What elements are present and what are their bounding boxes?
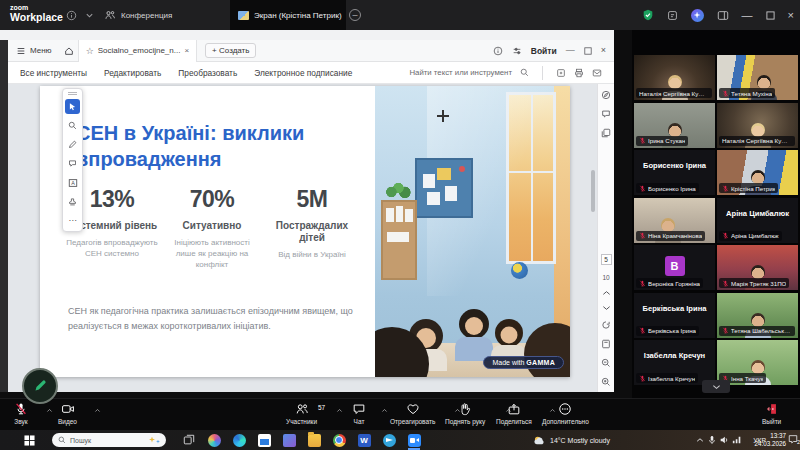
fit-page-icon[interactable]: [601, 339, 611, 349]
taskbar-search-input[interactable]: Пошук: [52, 433, 166, 447]
home-icon[interactable]: [60, 46, 78, 56]
participant-tile[interactable]: Ніна Крамчанінова: [634, 198, 715, 243]
acrobat-menu-button[interactable]: Меню: [8, 46, 60, 56]
taskbar-clock[interactable]: 13:37 24.03.2026: [754, 432, 786, 448]
chat-button[interactable]: Чат: [352, 402, 366, 425]
select-tool[interactable]: [65, 99, 80, 114]
report-icon[interactable]: [667, 10, 678, 21]
start-button[interactable]: [20, 430, 38, 450]
settings-sliders-icon[interactable]: [512, 46, 522, 56]
palette-grip[interactable]: [68, 92, 77, 95]
acrobat-info-icon[interactable]: [493, 46, 503, 56]
info-icon[interactable]: [66, 0, 77, 30]
stamp-tool[interactable]: [65, 194, 80, 209]
participant-tile[interactable]: Марія Третяк 31ПО: [717, 245, 798, 290]
participant-tile[interactable]: Аріна ЦимбалюкАріна Цимбалюк: [717, 198, 798, 243]
page-down-icon[interactable]: [602, 305, 611, 311]
page-up-icon[interactable]: [602, 290, 611, 296]
leave-button[interactable]: Выйти: [762, 402, 781, 425]
participant-tile[interactable]: Тетяна Шабельська ...: [717, 293, 798, 338]
zoom-tool[interactable]: [65, 118, 80, 133]
comment-tool[interactable]: [65, 156, 80, 171]
menu-all-tools[interactable]: Все инструменты: [20, 68, 87, 78]
acrobat-close-button[interactable]: ×: [601, 46, 606, 55]
export-pdf-icon[interactable]: [556, 68, 566, 78]
window-minimize-button[interactable]: —: [742, 10, 753, 21]
tray-chevron-icon[interactable]: [696, 430, 704, 450]
document-tab[interactable]: ☆ Socialno_emocijne_n... ×: [78, 40, 197, 62]
hand-button[interactable]: Поднять руку: [445, 402, 485, 425]
taskbar-app-telegram[interactable]: [380, 430, 398, 450]
taskbar-app-store[interactable]: [255, 430, 273, 450]
star-icon[interactable]: ☆: [86, 46, 94, 56]
tray-speaker-icon[interactable]: [719, 430, 729, 450]
share-button[interactable]: Поделиться: [496, 402, 532, 425]
taskbar-app-paint[interactable]: [280, 430, 298, 450]
minimize-screen-icon[interactable]: –: [349, 9, 361, 21]
tray-network-icon[interactable]: [732, 430, 742, 450]
participant-tile[interactable]: Наталія Сергіївна Кушнір: [717, 103, 798, 148]
tab-screen-share[interactable]: Экран (Крістіна Петрик): [230, 0, 346, 30]
participant-tile[interactable]: Тетяна Мухіна: [717, 55, 798, 100]
participant-tile[interactable]: Наталія Сергіївна Кушнір: [634, 55, 715, 100]
participant-tile[interactable]: ВВероніка Горяніна: [634, 245, 715, 290]
taskbar-app-chrome[interactable]: [330, 430, 348, 450]
participant-tile[interactable]: Крістіна Петрик: [717, 150, 798, 195]
taskbar-app-task-view[interactable]: [180, 430, 198, 450]
window-maximize-button[interactable]: [766, 11, 775, 20]
chevron-down-icon[interactable]: [85, 0, 94, 30]
ai-companion-icon[interactable]: [691, 9, 704, 22]
view-layout-icon[interactable]: [717, 10, 729, 21]
menu-edit[interactable]: Редактировать: [104, 68, 161, 78]
tab-close-icon[interactable]: ×: [184, 46, 189, 55]
search-icon[interactable]: [520, 68, 529, 77]
menu-convert[interactable]: Преобразовать: [178, 68, 237, 78]
more-button[interactable]: Дополнительно: [542, 402, 589, 425]
share-email-icon[interactable]: [592, 68, 602, 78]
chat-caret-icon[interactable]: [381, 407, 388, 414]
bookmark-nav-icon[interactable]: [601, 90, 611, 100]
acrobat-minimize-button[interactable]: —: [566, 46, 575, 55]
print-icon[interactable]: [574, 68, 584, 78]
notification-center-icon[interactable]: 2: [788, 434, 798, 444]
participants-caret-icon[interactable]: [336, 407, 343, 414]
page-number-input[interactable]: 5: [601, 254, 612, 265]
react-button[interactable]: Отреагировать: [390, 402, 435, 425]
taskbar-app-explorer[interactable]: [305, 430, 323, 450]
signin-button[interactable]: Войти: [531, 46, 557, 56]
weather-widget[interactable]: 14°C Mostly cloudy: [533, 430, 610, 450]
menu-esign[interactable]: Электронное подписание: [254, 68, 352, 78]
participant-tile[interactable]: Берківська ІринаБерківська Ірина: [634, 293, 715, 338]
find-tool-label[interactable]: Найти текст или инструмент: [409, 68, 512, 77]
tray-mic-icon[interactable]: [708, 430, 716, 450]
comments-panel-icon[interactable]: [601, 109, 611, 119]
video-caret-icon[interactable]: [94, 407, 101, 414]
acrobat-restore-button[interactable]: [584, 47, 592, 55]
window-close-button[interactable]: ×: [788, 10, 794, 21]
pen-annotate-tool[interactable]: [65, 137, 80, 152]
document-scrollbar[interactable]: [591, 170, 595, 212]
text-box-tool[interactable]: A: [65, 175, 80, 190]
participant-tile[interactable]: Ірина Стукан: [634, 103, 715, 148]
tab-conference[interactable]: Конференция: [104, 0, 172, 30]
audio-button[interactable]: Звук: [14, 402, 28, 425]
create-button[interactable]: + Создать: [205, 43, 256, 58]
video-button[interactable]: Видео: [58, 402, 77, 425]
participant-tile[interactable]: Ізабелла КречунІзабелла Кречун: [634, 340, 715, 385]
taskbar-app-zoom[interactable]: [405, 430, 423, 450]
zoom-out-icon[interactable]: [601, 358, 611, 368]
page-thumbnails-icon[interactable]: [601, 128, 611, 138]
participant-tile[interactable]: Борисенко ІринаБорисенко Ірина: [634, 150, 715, 195]
rotate-page-icon[interactable]: [601, 320, 611, 330]
audio-caret-icon[interactable]: [46, 407, 53, 414]
participant-tile[interactable]: Інна Ткачук: [717, 340, 798, 385]
taskbar-app-word[interactable]: W: [355, 430, 373, 450]
zoom-in-icon[interactable]: [601, 377, 611, 387]
participants-button[interactable]: Участники: [286, 402, 317, 425]
taskbar-app-edge[interactable]: [230, 430, 248, 450]
taskbar-app-copilot[interactable]: [205, 430, 223, 450]
made-with-gamma-badge[interactable]: Made with GAMMA: [483, 356, 564, 369]
show-more-participants-button[interactable]: [702, 380, 730, 393]
annotate-button[interactable]: [22, 368, 58, 404]
more-tools[interactable]: ⋯: [65, 213, 80, 228]
